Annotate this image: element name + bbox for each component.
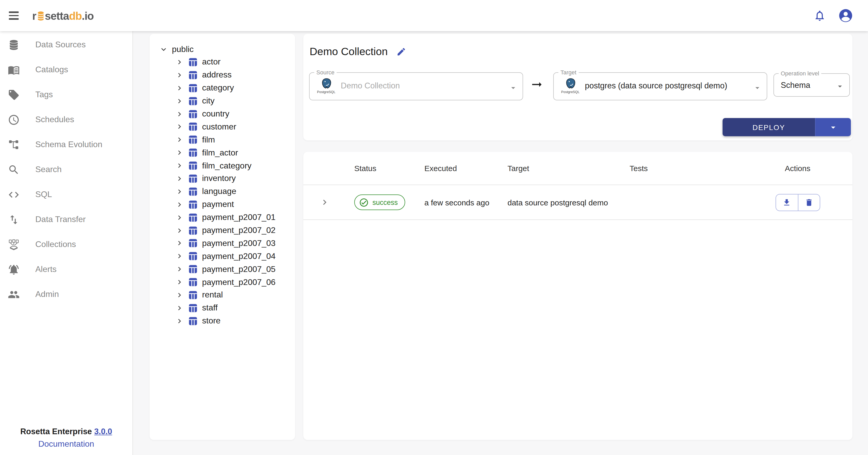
chevron-right-icon[interactable] xyxy=(175,110,184,118)
tree-table-row[interactable]: category xyxy=(159,82,292,95)
clock-icon xyxy=(7,113,20,126)
tree-table-row[interactable]: film_actor xyxy=(159,146,292,159)
tree-table-list: actor address category city xyxy=(159,56,292,328)
tree-table-row[interactable]: payment_p2007_02 xyxy=(159,224,292,237)
sidebar-item-tags[interactable]: Tags xyxy=(0,82,132,107)
delete-button[interactable] xyxy=(798,194,819,210)
sidebar-item-data-transfer[interactable]: Data Transfer xyxy=(0,207,132,232)
sidebar-item-sql[interactable]: SQL xyxy=(0,182,132,207)
tree-table-row[interactable]: inventory xyxy=(159,172,292,185)
tree-table-row[interactable]: staff xyxy=(159,302,292,315)
sidebar-item-data-sources[interactable]: Data Sources xyxy=(0,32,132,57)
edit-pencil-icon[interactable] xyxy=(397,47,406,56)
operation-level-select[interactable]: Operation level Schema xyxy=(773,71,850,97)
table-name: payment_p2007_04 xyxy=(202,252,276,261)
table-icon xyxy=(189,71,197,80)
logo-text: .io xyxy=(82,10,94,21)
people-icon xyxy=(7,288,20,301)
table-name: store xyxy=(202,316,220,326)
documentation-link[interactable]: Documentation xyxy=(0,438,132,450)
sidebar-item-search[interactable]: Search xyxy=(0,157,132,182)
operation-level-value: Schema xyxy=(781,81,810,90)
deploy-button[interactable]: DEPLOY xyxy=(722,118,815,136)
tree-table-row[interactable]: country xyxy=(159,107,292,120)
sidebar-item-schema-evolution[interactable]: Schema Evolution xyxy=(0,132,132,157)
bell-icon[interactable] xyxy=(813,9,826,22)
tree-table-row[interactable]: payment_p2007_05 xyxy=(159,263,292,276)
tree-table-row[interactable]: city xyxy=(159,94,292,107)
chevron-right-icon[interactable] xyxy=(175,200,184,209)
chevron-right-icon[interactable] xyxy=(175,226,184,235)
tree-table-row[interactable]: store xyxy=(159,315,292,328)
logo-text: setta xyxy=(45,10,69,21)
source-select[interactable]: Source PostgreSQL Demo Collection xyxy=(309,70,523,101)
tree-table-row[interactable]: customer xyxy=(159,120,292,133)
chevron-right-icon[interactable] xyxy=(175,278,184,286)
chevron-right-icon[interactable] xyxy=(175,161,184,170)
column-header-executed: Executed xyxy=(415,164,499,173)
table-name: rental xyxy=(202,290,223,300)
chevron-down-icon[interactable] xyxy=(159,45,168,54)
tree-table-row[interactable]: film xyxy=(159,133,292,146)
column-header-target: Target xyxy=(499,164,621,173)
tree-table-row[interactable]: film_category xyxy=(159,159,292,172)
alert-bell-icon xyxy=(7,263,20,276)
table-name: payment xyxy=(202,200,234,209)
app-logo[interactable]: r setta db .io xyxy=(32,10,94,21)
chevron-right-icon[interactable] xyxy=(175,265,184,274)
book-icon xyxy=(7,63,20,76)
chevron-right-icon[interactable] xyxy=(175,96,184,105)
sidebar-item-schedules[interactable]: Schedules xyxy=(0,107,132,132)
chevron-right-icon[interactable] xyxy=(175,122,184,131)
chevron-right-icon[interactable] xyxy=(175,252,184,261)
version-link[interactable]: 3.0.0 xyxy=(94,427,112,436)
download-button[interactable] xyxy=(776,194,798,210)
table-icon xyxy=(189,148,197,157)
target-select[interactable]: Target PostgreSQL postgres (data source … xyxy=(553,70,767,101)
avatar-icon[interactable] xyxy=(838,8,854,23)
tree-table-row[interactable]: payment xyxy=(159,198,292,211)
sidebar-item-collections[interactable]: Collections xyxy=(0,232,132,257)
chevron-right-icon[interactable] xyxy=(175,304,184,313)
table-name: film xyxy=(202,135,215,145)
table-header-row: Status Executed Target Tests Actions xyxy=(303,152,852,185)
tree-table-row[interactable]: payment_p2007_06 xyxy=(159,276,292,289)
tree-root-public[interactable]: public xyxy=(159,42,292,56)
tree-table-row[interactable]: payment_p2007_03 xyxy=(159,237,292,250)
check-circle-icon xyxy=(359,197,369,207)
deploy-options-button[interactable] xyxy=(815,118,851,136)
tree-table-row[interactable]: rental xyxy=(159,289,292,302)
deployments-table-panel: Status Executed Target Tests Actions suc… xyxy=(303,152,852,440)
trash-icon xyxy=(804,198,813,207)
chevron-right-icon[interactable] xyxy=(175,317,184,325)
arrow-right-icon xyxy=(530,78,544,91)
dropdown-arrow-icon[interactable] xyxy=(508,83,518,92)
chevron-right-icon[interactable] xyxy=(175,174,184,183)
chevron-right-icon[interactable] xyxy=(175,291,184,300)
chevron-right-icon[interactable] xyxy=(175,187,184,196)
table-name: category xyxy=(202,83,234,92)
code-icon xyxy=(7,188,20,201)
hamburger-menu-icon[interactable] xyxy=(9,9,21,22)
sidebar-item-catalogs[interactable]: Catalogs xyxy=(0,57,132,82)
tree-table-row[interactable]: payment_p2007_01 xyxy=(159,211,292,224)
status-badge: success xyxy=(354,195,405,210)
tree-table-row[interactable]: language xyxy=(159,185,292,198)
tag-icon xyxy=(7,88,20,101)
chevron-right-icon[interactable] xyxy=(175,213,184,222)
dropdown-arrow-icon[interactable] xyxy=(753,83,762,92)
dropdown-arrow-icon[interactable] xyxy=(835,82,845,91)
tree-table-row[interactable]: address xyxy=(159,69,292,82)
tree-table-row[interactable]: actor xyxy=(159,56,292,69)
chevron-right-icon[interactable] xyxy=(175,136,184,144)
chevron-right-icon[interactable] xyxy=(175,58,184,66)
tree-table-row[interactable]: payment_p2007_04 xyxy=(159,250,292,263)
chevron-right-icon[interactable] xyxy=(175,148,184,157)
schema-tree-panel: public actor address ca xyxy=(150,34,295,440)
row-expand-chevron-icon[interactable] xyxy=(319,197,330,207)
chevron-right-icon[interactable] xyxy=(175,239,184,248)
sidebar-item-alerts[interactable]: Alerts xyxy=(0,257,132,282)
chevron-right-icon[interactable] xyxy=(175,83,184,92)
sidebar-item-admin[interactable]: Admin xyxy=(0,282,132,307)
chevron-right-icon[interactable] xyxy=(175,71,184,80)
